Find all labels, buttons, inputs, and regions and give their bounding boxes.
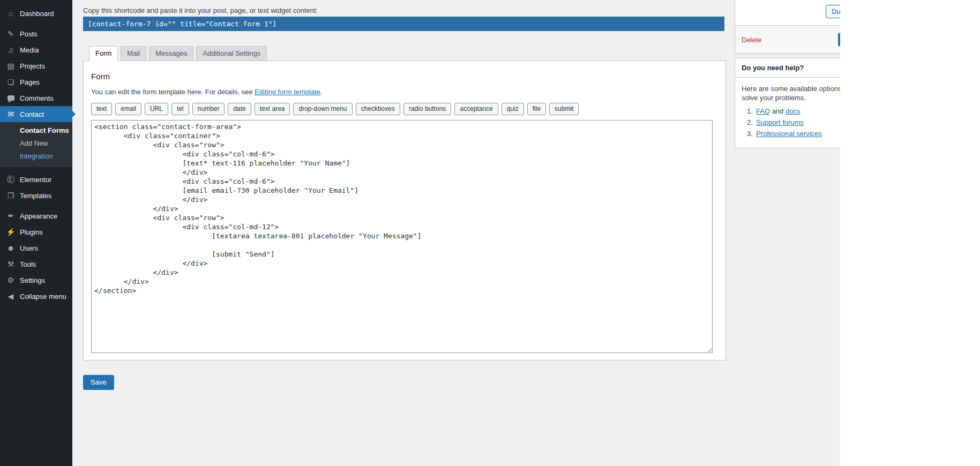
templates-icon: ❐ xyxy=(5,192,16,199)
sidebar-item-label: Media xyxy=(20,46,39,54)
sidebar-item-label: Appearance xyxy=(20,212,57,220)
tag-tel-button[interactable]: tel xyxy=(171,103,189,115)
sidebar-item-label: Contact xyxy=(20,110,44,118)
tag-textarea-button[interactable]: text area xyxy=(255,103,290,115)
admin-menu: ⌂ Dashboard ✎ Posts ♫ Media ▤ Projects xyxy=(0,0,72,304)
sidebar-item-projects[interactable]: ▤ Projects xyxy=(0,58,72,74)
sidebar-item-pages[interactable]: ❏ Pages xyxy=(0,74,72,90)
form-template-editor[interactable]: <section class="contact-form-area"> <div… xyxy=(91,120,713,353)
hint-text: You can edit the form template here. For… xyxy=(91,88,255,96)
support-forums-link[interactable]: Support forums xyxy=(756,118,804,126)
tag-url-button[interactable]: URL xyxy=(145,103,168,115)
tag-email-button[interactable]: email xyxy=(115,103,141,115)
tag-text-button[interactable]: text xyxy=(91,103,112,115)
tag-dropdown-button[interactable]: drop-down menu xyxy=(293,103,352,115)
admin-sidebar: ⌂ Dashboard ✎ Posts ♫ Media ▤ Projects xyxy=(0,0,72,466)
dashboard-icon: ⌂ xyxy=(5,10,16,17)
sidebar-item-settings[interactable]: ⚙ Settings xyxy=(0,272,72,288)
plugins-plug-icon: ⚡ xyxy=(5,228,16,236)
status-save-button[interactable]: Save xyxy=(838,33,840,46)
tag-date-button[interactable]: date xyxy=(228,103,251,115)
tag-file-button[interactable]: file xyxy=(527,103,546,115)
collapse-menu-button[interactable]: ◀ Collapse menu xyxy=(0,288,72,304)
mail-envelope-icon: ✉ xyxy=(5,110,16,118)
tag-acceptance-button[interactable]: acceptance xyxy=(454,103,498,115)
sidebar-item-tools[interactable]: ⚒ Tools xyxy=(0,256,72,272)
sidebar-item-label: Projects xyxy=(20,62,45,70)
form-template-hint: You can edit the form template here. For… xyxy=(91,88,718,96)
help-options-list: 1. FAQ and docs 2. Support forums 3. Pro… xyxy=(742,108,840,138)
connector-text: and xyxy=(770,107,786,115)
editor-tabs: Form Mail Messages Additional Settings xyxy=(89,46,840,61)
contact-submenu: Contact Forms Add New Integration xyxy=(0,122,72,167)
tab-messages[interactable]: Messages xyxy=(149,46,193,61)
status-box: Duplicate Delete Save xyxy=(735,0,840,54)
media-icon: ♫ xyxy=(5,46,16,54)
sidebar-item-label: Posts xyxy=(20,30,38,38)
submenu-item-contact-forms[interactable]: Contact Forms xyxy=(0,124,72,137)
sidebar-item-elementor[interactable]: Ⓔ Elementor xyxy=(0,171,72,187)
sidebar-item-label: Tools xyxy=(20,260,36,268)
tag-number-button[interactable]: number xyxy=(192,103,225,115)
duplicate-button[interactable]: Duplicate xyxy=(826,5,840,18)
projects-icon: ▤ xyxy=(5,62,16,70)
list-number: 1. xyxy=(747,108,756,115)
sidebar-item-comments[interactable]: Comments xyxy=(0,90,72,106)
professional-services-link[interactable]: Professional services xyxy=(756,130,822,138)
pages-icon: ❏ xyxy=(5,78,16,86)
tag-submit-button[interactable]: submit xyxy=(549,103,579,115)
screen: ⌂ Dashboard ✎ Posts ♫ Media ▤ Projects xyxy=(0,0,980,466)
collapse-arrow-icon: ◀ xyxy=(5,292,16,300)
tab-additional-settings[interactable]: Additional Settings xyxy=(196,46,267,61)
sidebar-item-label: Pages xyxy=(20,78,40,86)
sidebar-item-templates[interactable]: ❐ Templates xyxy=(0,187,72,204)
sidebar-item-dashboard[interactable]: ⌂ Dashboard xyxy=(0,5,72,21)
sidebar-item-label: Plugins xyxy=(20,228,43,236)
save-button[interactable]: Save xyxy=(83,375,114,390)
help-box-title: Do you need help? xyxy=(735,58,840,78)
settings-gear-icon: ⚙ xyxy=(5,276,16,284)
form-panel: Form You can edit the form template here… xyxy=(83,61,726,360)
hint-suffix: . xyxy=(320,88,323,96)
tag-radio-buttons-button[interactable]: radio buttons xyxy=(403,103,451,115)
panel-title: Form xyxy=(91,72,718,81)
sidebar-item-label: Users xyxy=(20,244,38,252)
faq-link[interactable]: FAQ xyxy=(756,107,770,115)
menu-separator xyxy=(0,21,72,26)
menu-separator xyxy=(0,204,72,208)
docs-link[interactable]: docs xyxy=(786,107,800,115)
tag-quiz-button[interactable]: quiz xyxy=(502,103,524,115)
tools-wrench-icon: ⚒ xyxy=(5,260,16,268)
tab-mail[interactable]: Mail xyxy=(121,46,146,61)
shortcode-description: Copy this shortcode and paste it into yo… xyxy=(83,6,840,14)
speech-bubble-icon xyxy=(8,95,14,101)
appearance-brush-icon: ✒ xyxy=(5,212,16,220)
comments-icon xyxy=(5,94,16,102)
sidebar-item-plugins[interactable]: ⚡ Plugins xyxy=(0,224,72,240)
sidebar-item-label: Elementor xyxy=(20,176,51,184)
submenu-item-add-new[interactable]: Add New xyxy=(0,137,72,150)
help-intro-text: Here are some available options to help … xyxy=(742,84,840,102)
sidebar-item-posts[interactable]: ✎ Posts xyxy=(0,26,72,42)
sidebar-item-label: Templates xyxy=(20,192,51,200)
help-item-professional-services: 3. Professional services xyxy=(747,130,840,138)
help-box: Do you need help? Here are some availabl… xyxy=(735,58,840,148)
menu-separator xyxy=(0,167,72,171)
list-number: 3. xyxy=(747,130,756,138)
users-icon: ☻ xyxy=(5,244,16,252)
sidebar-item-label: Settings xyxy=(20,276,45,284)
editing-form-template-link[interactable]: Editing form template xyxy=(255,88,320,96)
main-content: Copy this shortcode and paste it into yo… xyxy=(72,0,840,466)
sidebar-item-appearance[interactable]: ✒ Appearance xyxy=(0,208,72,224)
shortcode-input[interactable] xyxy=(83,17,724,31)
sidebar-item-users[interactable]: ☻ Users xyxy=(0,240,72,256)
collapse-menu-label: Collapse menu xyxy=(20,292,66,300)
sidebar-item-contact[interactable]: ✉ Contact xyxy=(0,106,72,122)
sidebar-item-media[interactable]: ♫ Media xyxy=(0,42,72,58)
elementor-icon: Ⓔ xyxy=(5,176,16,183)
submenu-item-integration[interactable]: Integration xyxy=(0,150,72,163)
delete-link[interactable]: Delete xyxy=(742,35,762,43)
tag-checkboxes-button[interactable]: checkboxes xyxy=(356,103,400,115)
tab-form[interactable]: Form xyxy=(89,46,118,61)
sidebar-item-label: Comments xyxy=(20,94,54,102)
